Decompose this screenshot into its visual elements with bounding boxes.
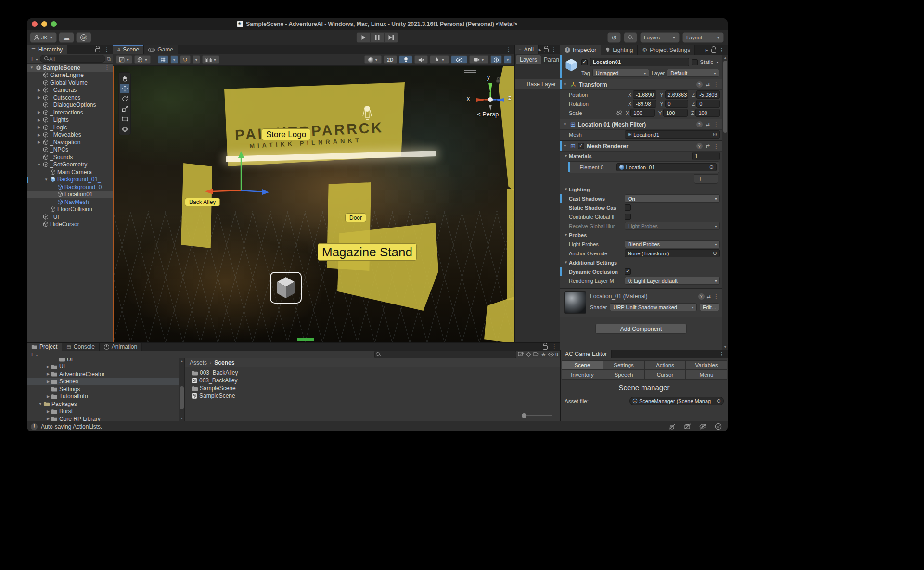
foldout-arrow[interactable]: ▶ — [36, 110, 42, 114]
play-button[interactable] — [357, 32, 371, 43]
kebab-menu-icon[interactable]: ⋮ — [713, 143, 719, 150]
probe-gizmo[interactable] — [270, 272, 302, 304]
kebab-menu-icon[interactable]: ⋮ — [506, 46, 512, 53]
static-checkbox[interactable] — [692, 59, 698, 65]
element0-object-field[interactable]: Location_01 ⊙ — [616, 163, 717, 171]
help-icon[interactable]: ? — [696, 121, 703, 127]
kebab-menu-icon[interactable]: ⋮ — [719, 47, 725, 53]
hierarchy-item-location01[interactable]: Location01 — [27, 191, 113, 199]
hierarchy-item-sounds[interactable]: _Sounds — [27, 153, 113, 161]
ac-tab-variables[interactable]: Variables — [686, 360, 727, 370]
drag-handle[interactable] — [464, 69, 476, 73]
hierarchy-item-main-camera[interactable]: Main Camera — [27, 168, 113, 176]
project-search-input[interactable] — [374, 351, 516, 358]
asset-type-icon[interactable] — [526, 352, 532, 357]
hierarchy-item-cameras[interactable]: ▶_Cameras — [27, 87, 113, 94]
tab-inspector[interactable]: i Inspector — [560, 45, 601, 55]
effects-dropdown[interactable]: ▼ — [430, 55, 449, 64]
foldout-arrow[interactable]: ▼ — [43, 177, 49, 182]
foldout-arrow[interactable]: ▶ — [45, 372, 51, 376]
material-preview-thumbnail[interactable] — [564, 291, 586, 314]
undo-history-button[interactable]: ↺ — [607, 32, 621, 43]
object-name-field[interactable] — [590, 58, 689, 66]
hierarchy-item-lights[interactable]: ▶_Lights — [27, 116, 113, 124]
foldout-arrow[interactable]: ▼ — [563, 144, 568, 148]
hierarchy-item-navmesh[interactable]: NavMesh — [27, 198, 113, 206]
scroll-up-icon[interactable]: ▲ — [180, 359, 184, 363]
active-checkbox[interactable] — [581, 59, 588, 65]
lock-icon[interactable] — [95, 48, 100, 52]
add-asset-button[interactable]: ＋▼ — [29, 350, 38, 359]
snap-toggle-button[interactable] — [180, 55, 191, 64]
tab-lighting[interactable]: Lighting — [601, 45, 638, 55]
kebab-menu-icon[interactable]: ⋮ — [713, 121, 719, 128]
asset-file-field[interactable]: SceneManager (Scene Manag ⊙ — [629, 397, 724, 405]
foldout-arrow[interactable]: ▼ — [564, 187, 569, 191]
project-folder-adventurecreator[interactable]: ▶AdventureCreator — [27, 370, 179, 378]
scroll-down-icon[interactable]: ▼ — [723, 345, 727, 349]
cursor-disabled-icon[interactable] — [699, 423, 707, 430]
probes-foldout[interactable]: ▼ Probes — [560, 230, 722, 240]
static-dropdown-icon[interactable]: ▼ — [716, 61, 719, 64]
asset-samplescene-scene[interactable]: SampleScene — [185, 392, 560, 400]
foldout-arrow[interactable]: ▶ — [36, 125, 42, 129]
scroll-up-icon[interactable]: ▲ — [723, 56, 727, 59]
hierarchy-item-background-01[interactable]: ▼Background_01_ — [27, 176, 113, 184]
tab-overflow-icon[interactable]: ▶ — [706, 48, 708, 52]
draw-mode-dropdown[interactable]: ▼ — [116, 55, 132, 64]
hidden-count-toggle[interactable]: 9 — [548, 352, 558, 357]
layer-dropdown[interactable]: Default — [667, 69, 719, 77]
remove-material-button[interactable]: − — [706, 175, 718, 183]
hierarchy-item-ui[interactable]: _UI — [27, 213, 113, 221]
inspector-scrollbar[interactable]: ▲ ▼ — [722, 55, 728, 350]
position-x-field[interactable]: -1.6890 — [633, 90, 656, 99]
asset-zoom-slider[interactable] — [523, 415, 552, 416]
maximize-window-button[interactable] — [51, 21, 57, 27]
breadcrumb-current[interactable]: Scenes — [214, 359, 234, 366]
tab-ac-game-editor[interactable]: AC Game Editor — [561, 350, 612, 358]
asset-003-backalley-scene[interactable]: 003_BackAlley — [185, 377, 560, 384]
scale-y-field[interactable]: 100 — [663, 109, 688, 117]
animator-base-layer[interactable]: ══ Base Layer — [515, 79, 560, 89]
kebab-menu-icon[interactable]: ⋮ — [552, 343, 557, 350]
kebab-menu-icon[interactable]: ⋮ — [551, 46, 557, 53]
scene-viewport[interactable]: PAICKTRPARRCK MIATIKK PILNRANKT — [113, 66, 514, 342]
render-mode-dropdown[interactable]: ▼ — [364, 55, 382, 64]
presets-icon[interactable]: ⇄ — [706, 82, 710, 87]
add-material-button[interactable]: ＋ — [694, 175, 706, 183]
position-z-field[interactable]: -5.0803 — [696, 90, 720, 99]
kebab-menu-icon[interactable]: ⋮ — [104, 46, 110, 53]
help-icon[interactable]: ? — [696, 143, 703, 149]
project-folder-scenes[interactable]: ▶Scenes — [27, 378, 179, 386]
rect-tool-button[interactable] — [120, 114, 129, 124]
scale-x-field[interactable]: 100 — [630, 109, 655, 117]
ac-tab-cursor[interactable]: Cursor — [644, 370, 686, 380]
lock-icon[interactable] — [544, 48, 549, 52]
grid-visibility-button[interactable] — [158, 55, 168, 64]
skybox-dropdown[interactable]: ▼ — [134, 55, 151, 64]
mesh-filter-header[interactable]: ▼ ⊞ Location 01 (Mesh Filter) ?⇄⋮ — [560, 119, 722, 130]
materials-row[interactable]: ▼ Materials 1 — [560, 152, 722, 161]
help-icon[interactable]: ? — [698, 293, 705, 300]
minimize-window-button[interactable] — [41, 21, 47, 27]
snap-dropdown[interactable]: ▼ — [192, 55, 200, 64]
lock-icon[interactable] — [543, 345, 548, 350]
move-gizmo[interactable] — [198, 148, 275, 196]
check-circle-icon[interactable] — [715, 423, 722, 430]
project-tree-scrollbar[interactable]: ▲ ▼ — [179, 358, 185, 421]
tab-project-settings[interactable]: ⚙ Project Settings — [638, 45, 695, 55]
gizmos-toggle[interactable] — [490, 55, 502, 64]
ac-tab-actions[interactable]: Actions — [644, 360, 686, 370]
tab-scene[interactable]: # Scene — [113, 45, 144, 54]
ac-tab-speech[interactable]: Speech — [603, 370, 644, 380]
materials-count-field[interactable]: 1 — [692, 152, 720, 160]
search-button[interactable] — [624, 32, 637, 43]
scrollbar-thumb[interactable] — [180, 386, 184, 409]
cloud-button[interactable]: ☁ — [59, 32, 74, 43]
shader-edit-button[interactable]: Edit... — [700, 303, 719, 311]
tab-game[interactable]: Game — [144, 45, 178, 54]
expand-search-icon[interactable]: ⧉ — [107, 56, 111, 62]
hierarchy-item-gameengine[interactable]: GameEngine — [27, 72, 113, 79]
scroll-down-icon[interactable]: ▼ — [180, 417, 184, 420]
project-folder-settings[interactable]: Settings — [27, 385, 179, 393]
